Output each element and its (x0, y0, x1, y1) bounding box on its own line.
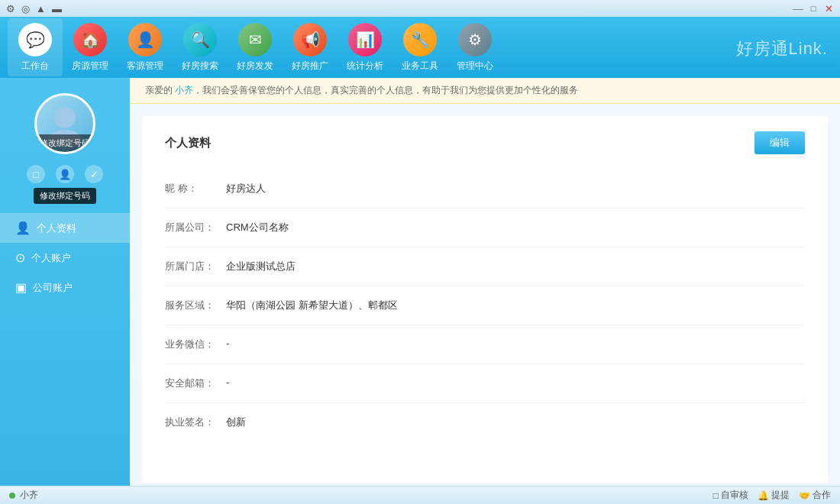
statusbar-item-audit[interactable]: □ 自审核 (713, 489, 748, 502)
notice-prefix: 亲爱的 (145, 85, 175, 95)
top-navigation: 💬 工作台 🏠 房源管理 👤 客源管理 🔍 好房搜索 ✉ 好房发发 📢 好房推广… (0, 17, 840, 78)
label-email: 安全邮箱： (165, 376, 226, 390)
value-signature: 创新 (226, 415, 246, 429)
sidebar-action-icons: □ 👤 ✓ (27, 165, 103, 183)
sidebar-item-personal-account[interactable]: ⊙ 个人账户 (0, 243, 130, 273)
close-btn[interactable]: ✕ (823, 3, 834, 14)
tooltip-modify-binding: 修改绑定号码 (34, 188, 96, 204)
sidebar-item-company-account[interactable]: ▣ 公司账户 (0, 273, 130, 302)
label-service-area: 服务区域： (165, 299, 226, 312)
svg-point-0 (54, 107, 76, 128)
edit-button[interactable]: 编辑 (754, 131, 805, 154)
nav-item-house-promote[interactable]: 📢 好房推广 (283, 18, 338, 76)
personal-account-icon: ⊙ (15, 250, 25, 265)
titlebar: ⚙ ◎ ▲ ▬ — □ ✕ (0, 0, 840, 17)
sidebar-user-icon[interactable]: 👤 (56, 165, 74, 183)
customer-mgmt-icon: 👤 (128, 23, 162, 57)
house-send-icon: ✉ (238, 23, 272, 57)
mgmt-center-icon: ⚙ (458, 23, 492, 57)
nav-label-mgmt-center: 管理中心 (457, 60, 493, 73)
cooperate-label: 合作 (813, 489, 831, 502)
statusbar-item-cooperate[interactable]: 🤝 合作 (799, 489, 831, 502)
profile-icon: 👤 (15, 221, 31, 235)
remind-label: 提提 (771, 489, 790, 502)
audit-icon: □ (713, 490, 719, 501)
sidebar-label-company-account: 公司账户 (33, 281, 73, 295)
profile-section: 个人资料 编辑 昵 称： 好房达人 所属公司： CRM公司名称 所属门店： 企业… (142, 116, 828, 483)
gear-icon[interactable]: ⚙ (6, 3, 15, 15)
value-nickname: 好房达人 (226, 182, 266, 195)
nav-item-mgmt-center[interactable]: ⚙ 管理中心 (447, 18, 502, 76)
signal-icon: ▲ (36, 3, 46, 15)
nav-item-customer-mgmt[interactable]: 👤 客源管理 (118, 18, 173, 76)
house-mgmt-icon: 🏠 (73, 23, 107, 57)
avatar-overlay-text: 修改绑定号码 (37, 134, 93, 152)
sidebar: 修改绑定号码 □ 👤 ✓ 修改绑定号码 👤 个人资料 ⊙ 个人账户 ▣ 公司账户 (0, 78, 130, 486)
value-service-area: 华阳（南湖公园 新希望大道）、郫都区 (226, 299, 398, 312)
remind-icon: 🔔 (758, 490, 769, 501)
profile-title: 个人资料 (165, 136, 211, 150)
nav-label-house-search: 好房搜索 (182, 60, 218, 73)
sidebar-label-profile: 个人资料 (37, 221, 76, 235)
label-nickname: 昵 称： (165, 182, 226, 195)
profile-row-service-area: 服务区域： 华阳（南湖公园 新希望大道）、郫都区 (165, 286, 805, 325)
sidebar-menu: 👤 个人资料 ⊙ 个人账户 ▣ 公司账户 (0, 213, 130, 302)
maximize-btn[interactable]: □ (808, 3, 819, 14)
notice-bar: 亲爱的 小齐，我们会妥善保管您的个人信息，真实完善的个人信息，有助于我们为您提供… (130, 78, 840, 104)
label-store: 所属门店： (165, 260, 226, 273)
sidebar-label-personal-account: 个人账户 (31, 251, 71, 265)
nav-label-workbench: 工作台 (21, 60, 49, 73)
statusbar: 小齐 □ 自审核 🔔 提提 🤝 合作 (0, 486, 840, 504)
status-indicator (9, 493, 15, 499)
cooperate-icon: 🤝 (799, 490, 810, 501)
avatar[interactable]: 修改绑定号码 (34, 93, 95, 154)
house-search-icon: 🔍 (183, 23, 217, 57)
nav-label-house-send: 好房发发 (237, 60, 273, 73)
profile-row-nickname: 昵 称： 好房达人 (165, 170, 805, 208)
nav-item-house-send[interactable]: ✉ 好房发发 (228, 18, 283, 76)
avatar-area: 修改绑定号码 (0, 86, 130, 160)
notice-suffix: ，我们会妥善保管您的个人信息，真实完善的个人信息，有助于我们为您提供更加个性化的… (193, 85, 578, 95)
nav-item-house-mgmt[interactable]: 🏠 房源管理 (63, 18, 118, 76)
minimize-btn[interactable]: — (793, 3, 803, 14)
sidebar-check-icon[interactable]: ✓ (85, 165, 103, 183)
value-wechat: - (226, 338, 229, 349)
content-area: 亲爱的 小齐，我们会妥善保管您的个人信息，真实完善的个人信息，有助于我们为您提供… (130, 78, 840, 486)
house-promote-icon: 📢 (293, 23, 327, 57)
sidebar-edit-icon[interactable]: □ (27, 165, 45, 183)
value-company: CRM公司名称 (226, 221, 289, 234)
nav-item-tools[interactable]: 🔧 业务工具 (393, 18, 447, 76)
nav-item-workbench[interactable]: 💬 工作台 (8, 18, 63, 76)
nav-label-house-promote: 好房推广 (292, 60, 328, 73)
company-account-icon: ▣ (15, 280, 27, 295)
label-wechat: 业务微信： (165, 338, 226, 351)
statusbar-right: □ 自审核 🔔 提提 🤝 合作 (713, 489, 831, 502)
notice-name: 小齐 (175, 85, 193, 95)
profile-row-store: 所属门店： 企业版测试总店 (165, 247, 805, 286)
audit-label: 自审核 (721, 489, 748, 502)
value-store: 企业版测试总店 (226, 260, 296, 273)
wifi-icon: ◎ (21, 3, 30, 15)
stats-icon: 📊 (348, 23, 382, 57)
nav-label-house-mgmt: 房源管理 (72, 60, 108, 73)
statusbar-left: 小齐 (9, 489, 38, 502)
nav-label-tools: 业务工具 (402, 60, 438, 73)
profile-header: 个人资料 编辑 (165, 131, 805, 154)
workbench-icon: 💬 (18, 23, 52, 57)
profile-row-email: 安全邮箱： - (165, 364, 805, 403)
statusbar-item-remind[interactable]: 🔔 提提 (758, 489, 790, 502)
profile-row-wechat: 业务微信： - (165, 325, 805, 364)
statusbar-username: 小齐 (20, 489, 38, 502)
titlebar-system-icons: ⚙ ◎ ▲ ▬ (6, 3, 62, 15)
nav-label-stats: 统计分析 (347, 60, 383, 73)
nav-label-customer-mgmt: 客源管理 (127, 60, 163, 73)
nav-item-house-search[interactable]: 🔍 好房搜索 (173, 18, 228, 76)
sidebar-item-profile[interactable]: 👤 个人资料 (0, 213, 130, 243)
battery-icon: ▬ (52, 3, 62, 15)
tools-icon: 🔧 (403, 23, 437, 57)
brand-sub: Link. (789, 39, 828, 58)
nav-item-stats[interactable]: 📊 统计分析 (338, 18, 393, 76)
profile-row-company: 所属公司： CRM公司名称 (165, 208, 805, 247)
value-email: - (226, 376, 229, 388)
label-signature: 执业签名： (165, 415, 226, 429)
